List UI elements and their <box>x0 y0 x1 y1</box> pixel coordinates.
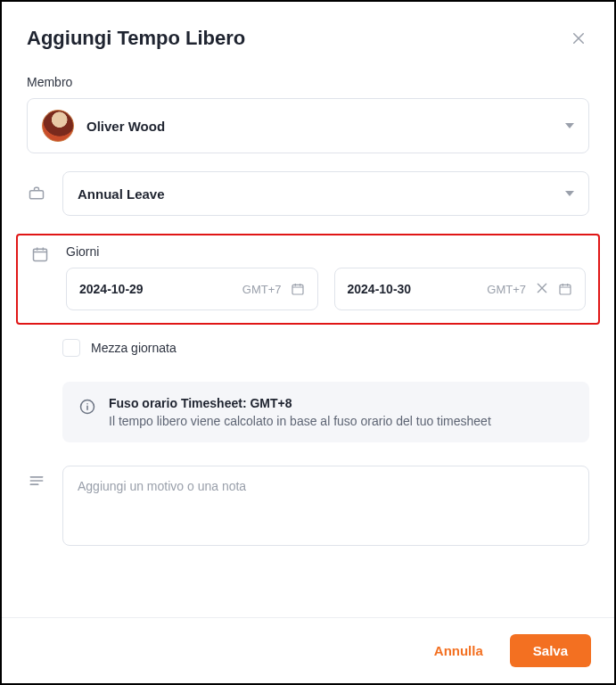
svg-rect-1 <box>34 249 47 260</box>
footer: Annulla Salva <box>2 617 614 683</box>
close-button[interactable] <box>568 28 589 49</box>
end-date-input[interactable]: 2024-10-30 GMT+7 <box>334 268 587 310</box>
timezone-info-title: Fuso orario Timesheet: GMT+8 <box>109 396 491 410</box>
clear-end-date-button[interactable] <box>535 281 549 298</box>
cancel-button[interactable]: Annulla <box>418 634 499 667</box>
start-date-value: 2024-10-29 <box>79 282 144 296</box>
page-title: Aggiungi Tempo Libero <box>27 27 245 50</box>
avatar <box>42 110 74 142</box>
calendar-icon <box>291 282 305 296</box>
chevron-down-icon <box>565 123 574 128</box>
timezone-info-panel: Fuso orario Timesheet: GMT+8 Il tempo li… <box>62 382 589 442</box>
svg-rect-2 <box>292 285 303 294</box>
briefcase-icon <box>27 184 46 203</box>
save-button[interactable]: Salva <box>510 634 591 667</box>
member-selected-name: Oliver Wood <box>86 119 165 134</box>
member-select[interactable]: Oliver Wood <box>27 98 589 153</box>
info-icon <box>78 398 96 416</box>
calendar-icon <box>30 244 50 264</box>
timezone-info-subtitle: Il tempo libero viene calcolato in base … <box>109 414 491 428</box>
days-section-highlight: Giorni 2024-10-29 GMT+7 2024-10-30 GMT+7 <box>16 234 600 325</box>
start-date-tz: GMT+7 <box>242 283 282 296</box>
note-textarea[interactable] <box>62 466 589 546</box>
chevron-down-icon <box>565 191 574 196</box>
half-day-checkbox[interactable] <box>62 339 80 357</box>
leave-type-selected: Annual Leave <box>78 186 165 202</box>
svg-rect-0 <box>30 191 44 199</box>
close-icon <box>571 30 587 46</box>
member-label: Membro <box>27 75 589 89</box>
svg-rect-3 <box>560 285 571 294</box>
end-date-tz: GMT+7 <box>487 283 526 296</box>
end-date-value: 2024-10-30 <box>348 282 412 296</box>
calendar-icon <box>558 282 572 296</box>
leave-type-select[interactable]: Annual Leave <box>62 171 589 216</box>
notes-icon <box>27 471 46 491</box>
close-icon <box>535 281 549 295</box>
start-date-input[interactable]: 2024-10-29 GMT+7 <box>66 268 318 310</box>
days-label: Giorni <box>66 244 586 259</box>
half-day-label: Mezza giornata <box>91 341 177 355</box>
